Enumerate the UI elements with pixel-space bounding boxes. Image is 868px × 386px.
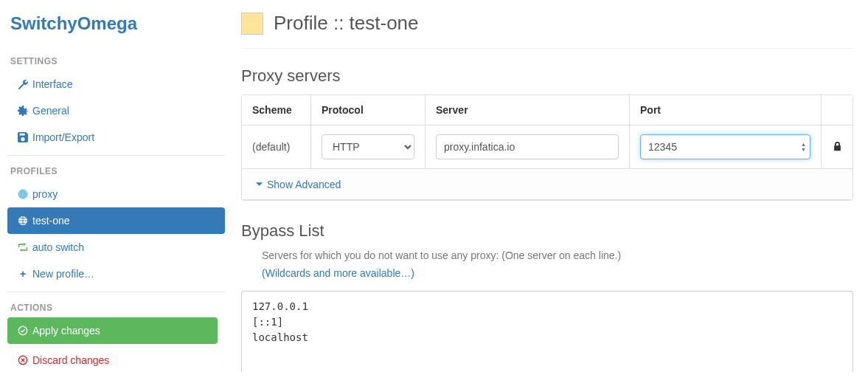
page-title: Profile :: test-one: [274, 12, 419, 35]
check-circle-icon: [18, 325, 28, 336]
actions-header: ACTIONS: [7, 295, 225, 317]
chevron-down-icon: [254, 179, 264, 190]
sidebar-item-label: auto switch: [32, 241, 84, 253]
profile-item-test-one[interactable]: test-one: [7, 207, 225, 234]
button-label: Apply changes: [32, 325, 100, 337]
proxy-table: Scheme Protocol Server Port (default) HT…: [241, 94, 853, 201]
port-input[interactable]: [640, 134, 810, 159]
scheme-cell: (default): [242, 125, 311, 169]
sidebar-item-import-export[interactable]: Import/Export: [7, 124, 225, 151]
sidebar-item-interface[interactable]: Interface: [7, 71, 225, 97]
bypass-help: Servers for which you do not want to use…: [262, 249, 853, 261]
gear-icon: [18, 106, 28, 116]
discard-changes-button[interactable]: Discard changes: [7, 347, 218, 373]
lock-icon[interactable]: [832, 141, 842, 151]
bypass-heading: Bypass List: [241, 221, 853, 241]
link-label: Show Advanced: [267, 179, 341, 190]
chevron-down-icon[interactable]: ▼: [801, 147, 806, 152]
apply-changes-button[interactable]: Apply changes: [7, 317, 218, 344]
sidebar-item-label: Interface: [32, 78, 72, 90]
col-server: Server: [426, 95, 630, 125]
col-auth: [822, 95, 853, 125]
chevron-up-icon[interactable]: ▲: [801, 142, 806, 147]
sidebar-item-general[interactable]: General: [7, 97, 225, 124]
wrench-icon: [18, 79, 28, 89]
col-port: Port: [630, 95, 822, 125]
col-protocol: Protocol: [311, 95, 426, 125]
proxy-servers-heading: Proxy servers: [241, 66, 853, 86]
number-spinner[interactable]: ▲ ▼: [801, 142, 806, 152]
profile-item-auto-switch[interactable]: auto switch: [7, 234, 225, 261]
plus-icon: +: [18, 269, 28, 279]
proxy-row-default: (default) HTTP ▲: [242, 125, 853, 169]
bypass-textarea[interactable]: [241, 291, 853, 372]
server-input[interactable]: [436, 134, 619, 159]
show-advanced-link[interactable]: Show Advanced: [254, 179, 341, 190]
wildcards-link[interactable]: (Wildcards and more available…): [262, 267, 853, 279]
profile-item-proxy[interactable]: proxy: [7, 181, 225, 207]
globe-icon: [18, 216, 28, 226]
protocol-select[interactable]: HTTP: [322, 134, 414, 159]
button-label: Discard changes: [32, 354, 109, 366]
profiles-header: PROFILES: [7, 159, 225, 181]
sidebar-item-label: Import/Export: [32, 131, 94, 143]
globe-icon: [18, 189, 28, 199]
sidebar-item-label: New profile…: [32, 268, 94, 280]
x-circle-icon: [18, 355, 28, 365]
new-profile-button[interactable]: + New profile…: [7, 261, 225, 287]
sidebar-item-label: test-one: [32, 215, 70, 227]
profile-color-chip[interactable]: [241, 13, 263, 35]
sidebar-item-label: proxy: [32, 188, 58, 200]
sidebar-item-label: General: [32, 105, 69, 117]
app-title[interactable]: SwitchyOmega: [7, 7, 225, 49]
col-scheme: Scheme: [242, 95, 311, 125]
retweet-icon: [18, 242, 28, 252]
save-icon: [18, 132, 28, 142]
settings-header: SETTINGS: [7, 49, 225, 71]
